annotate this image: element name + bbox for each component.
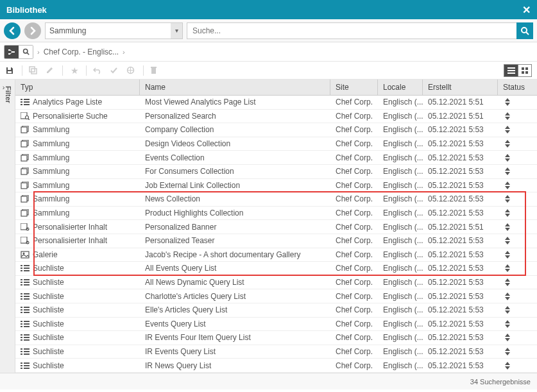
status-icon [503,237,512,244]
svg-rect-63 [24,293,30,294]
svg-rect-21 [21,99,22,100]
typ-cell: Sammlung [33,167,69,176]
svg-line-6 [27,53,29,55]
search-mode-icon[interactable] [19,46,33,58]
site-cell: Chef Corp. [330,137,378,151]
svg-rect-64 [21,296,22,297]
type-icon [21,237,30,244]
erstellt-cell: 05.12.2021 5:53 [423,303,498,317]
status-icon [503,140,512,148]
name-cell: All Events Query List [140,262,330,275]
status-cell [498,262,527,275]
col-erstellt[interactable]: Erstellt [423,80,498,95]
table-row[interactable]: SammlungJob External Link CollectionChef… [15,179,537,193]
table-row[interactable]: Analytics Page ListeMost Viewed Analytic… [15,96,537,110]
table-row[interactable]: SuchlisteIR News Query ListChef Corp.Eng… [15,359,537,373]
grid-rows[interactable]: Analytics Page ListeMost Viewed Analytic… [15,96,537,373]
save-icon[interactable] [5,66,15,75]
erstellt-cell: 05.12.2021 5:53 [423,262,498,275]
search-button[interactable] [516,22,533,39]
tree-mode-icon[interactable] [4,46,19,58]
status-icon [503,278,512,286]
svg-rect-90 [21,354,22,355]
table-row[interactable]: SuchlisteEvents Query ListChef Corp.Engl… [15,318,537,332]
status-icon [503,126,512,133]
back-button[interactable] [4,22,21,39]
svg-rect-31 [21,127,27,133]
svg-rect-25 [21,104,22,105]
col-name[interactable]: Name [140,80,330,95]
svg-rect-3 [8,53,10,55]
table-row[interactable]: SuchlisteElle's Articles Query ListChef … [15,303,537,318]
svg-rect-68 [21,307,22,308]
locale-cell: Englisch (... [378,207,423,220]
status-icon [503,195,512,203]
collection-dropdown[interactable]: Sammlung ▾ [45,22,183,39]
typ-cell: Galerie [33,250,58,259]
status-cell [498,345,527,359]
svg-rect-55 [24,270,30,271]
table-row[interactable]: SuchlisteAll Events Query ListChef Corp.… [15,262,537,276]
erstellt-cell: 05.12.2021 5:53 [423,345,498,359]
list-view-icon[interactable] [504,64,518,77]
table-row[interactable]: SuchlisteIR Events Query ListChef Corp.E… [15,345,537,359]
typ-cell: Suchliste [33,333,64,342]
table-row[interactable]: GalerieJacob's Recipe - A short document… [15,248,537,262]
name-cell: Job External Link Collection [140,179,330,192]
chevron-right-icon: › [123,48,125,56]
table-row[interactable]: SuchlisteIR Events Four Item Query ListC… [15,331,537,345]
dropdown-value: Sammlung [49,26,86,35]
name-cell: Personalized Search [140,110,330,123]
col-status[interactable]: Status [498,80,527,95]
svg-rect-85 [24,339,30,341]
svg-rect-57 [24,279,30,280]
svg-rect-91 [24,354,30,355]
breadcrumb-item[interactable]: Chef Corp. - Englisc... [44,47,119,56]
status-cell [498,207,527,220]
table-row[interactable]: SuchlisteAll News Dynamic Query ListChef… [15,276,537,290]
table-row[interactable]: SammlungDesign Videos CollectionChef Cor… [15,137,537,151]
col-typ[interactable]: Typ [15,80,140,95]
layout-toggle[interactable] [4,45,33,59]
svg-point-0 [522,28,527,33]
svg-line-29 [28,119,30,120]
svg-rect-88 [21,351,22,352]
search-input[interactable] [187,26,516,35]
name-cell: Most Viewed Analytics Page List [140,96,330,109]
type-icon [21,251,30,259]
erstellt-cell: 05.12.2021 5:53 [423,248,498,262]
search-box [187,22,533,39]
table-row[interactable]: Personalisierter InhaltPersonalized Bann… [15,220,537,234]
locale-cell: Englisch (... [378,123,423,137]
grid-view-icon[interactable] [518,64,532,77]
status-cell [498,137,527,151]
site-cell: Chef Corp. [330,289,378,303]
type-icon [21,320,30,328]
site-cell: Chef Corp. [330,192,378,206]
erstellt-cell: 05.12.2021 5:53 [423,137,498,151]
site-cell: Chef Corp. [330,345,378,359]
table-row[interactable]: SammlungNews CollectionChef Corp.Englisc… [15,192,537,207]
col-site[interactable]: Site [330,80,378,95]
table-row[interactable]: SammlungProduct Highlights CollectionChe… [15,207,537,221]
status-cell [498,248,527,262]
filter-panel-toggle[interactable]: › Filter [0,80,15,373]
site-cell: Chef Corp. [330,165,378,178]
table-row[interactable]: SuchlisteCharlotte's Articles Query List… [15,289,537,303]
grid-header: Typ Name Site Locale Erstellt Status [15,80,537,96]
table-row[interactable]: SammlungEvents CollectionChef Corp.Engli… [15,151,537,165]
table-row[interactable]: SammlungCompany CollectionChef Corp.Engl… [15,123,537,137]
table-row[interactable]: SammlungFor Consumers CollectionChef Cor… [15,165,537,179]
table-row[interactable]: Personalisierte SuchePersonalized Search… [15,110,537,124]
site-cell: Chef Corp. [330,331,378,345]
titlebar: Bibliothek ✕ [0,0,537,19]
view-toggle[interactable] [504,64,532,77]
typ-cell: Analytics Page Liste [33,98,102,107]
col-locale[interactable]: Locale [378,80,423,95]
results-grid: Typ Name Site Locale Erstellt Status Ana… [15,80,537,373]
arrow-right-icon [28,26,37,35]
table-row[interactable]: Personalisierter InhaltPersonalized Teas… [15,234,537,248]
svg-rect-65 [24,296,30,297]
svg-rect-58 [21,282,22,283]
close-icon[interactable]: ✕ [522,4,531,16]
